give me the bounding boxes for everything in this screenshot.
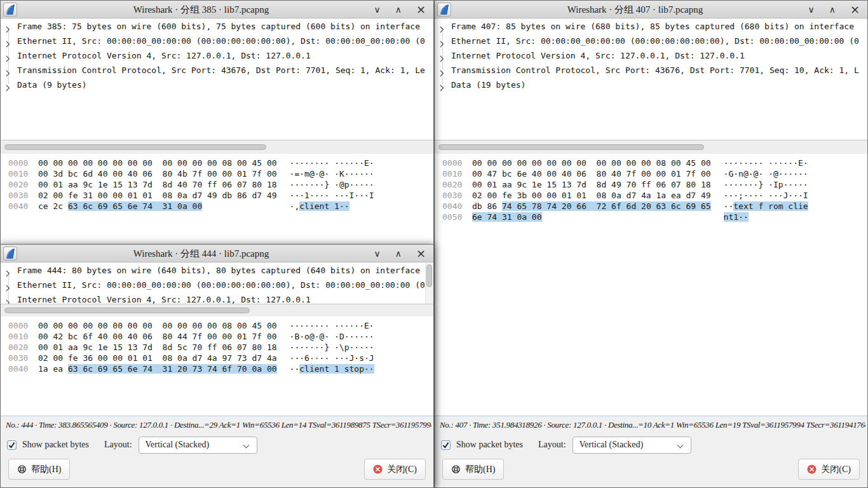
hex-row[interactable]: 0040db 86 74 65 78 74 20 66 72 6f 6d 20 … <box>442 201 867 212</box>
ascii-bytes[interactable]: nt1·· <box>724 212 749 222</box>
close-window-icon[interactable]: × <box>416 245 426 262</box>
hex-row[interactable]: 002000 01 aa 9c 1e 15 13 7d 8d 5c 70 ff … <box>8 342 433 353</box>
hex-bytes[interactable]: db 86 74 65 78 74 20 66 72 6f 6d 20 63 6… <box>472 201 711 212</box>
hex-row[interactable]: 001000 47 bc 6e 40 00 40 06 80 40 7f 00 … <box>442 168 867 179</box>
tree-row[interactable]: Data (9 bytes) <box>1 78 433 92</box>
tree-row[interactable]: Frame 444: 80 bytes on wire (640 bits), … <box>1 263 433 278</box>
tree-row[interactable]: Ethernet II, Src: 00:00:00_00:00:00 (00:… <box>1 278 433 292</box>
hex-bytes[interactable]: 00 01 aa 9c 1e 15 13 7d 8d 40 70 ff 06 0… <box>38 179 277 190</box>
hex-row[interactable]: 001000 42 bc 6f 40 00 40 06 80 44 7f 00 … <box>8 331 433 342</box>
expand-chevron-icon[interactable] <box>6 81 10 92</box>
ascii-bytes[interactable]: ·=·m@·@· ·K······ <box>290 169 374 179</box>
ascii-bytes[interactable]: ···;···· ···J···I <box>724 191 808 200</box>
ascii-bytes[interactable]: ··client 1 stop·· <box>290 364 374 374</box>
wireshark-logo-icon[interactable] <box>437 3 451 17</box>
tree-row[interactable]: Internet Protocol Version 4, Src: 127.0.… <box>1 292 433 304</box>
shade-window-icon[interactable]: ∨ <box>808 1 814 18</box>
show-packet-bytes-checkbox[interactable] <box>7 440 17 450</box>
tree-row[interactable]: Frame 385: 75 bytes on wire (600 bits), … <box>1 19 433 34</box>
hex-bytes[interactable]: 00 01 aa 9c 1e 15 13 7d 8d 5c 70 ff 06 0… <box>38 342 277 353</box>
hex-bytes[interactable]: 00 42 bc 6f 40 00 40 06 80 44 7f 00 00 0… <box>38 331 277 342</box>
close-button[interactable]: 关闭(C) <box>798 459 860 480</box>
tree-row[interactable]: Frame 407: 85 bytes on wire (680 bits), … <box>435 19 867 34</box>
hex-bytes[interactable]: 02 00 fe 36 00 00 01 01 08 0a d7 4a 97 7… <box>38 353 277 363</box>
ascii-bytes[interactable]: ········ ······E· <box>290 321 374 330</box>
ascii-bytes[interactable]: ···6···· ···J·s·J <box>290 353 374 363</box>
horizontal-scrollbar-thumb[interactable] <box>438 144 704 150</box>
expand-chevron-icon[interactable] <box>6 267 10 278</box>
hex-row[interactable]: 001000 3d bc 6d 40 00 40 06 80 4b 7f 00 … <box>8 168 433 179</box>
wireshark-logo-icon[interactable] <box>3 3 17 17</box>
unshade-window-icon[interactable]: ∧ <box>395 1 402 18</box>
expand-chevron-icon[interactable] <box>6 67 10 78</box>
hex-row[interactable]: 000000 00 00 00 00 00 00 00 00 00 00 00 … <box>8 320 433 331</box>
layout-dropdown[interactable]: Vertical (Stacked) <box>139 437 257 454</box>
hex-bytes[interactable]: 02 00 fe 3b 00 00 01 01 08 0a d7 4a 1a e… <box>472 190 711 201</box>
ascii-bytes[interactable]: ········ ······E· <box>724 158 808 168</box>
expand-chevron-icon[interactable] <box>6 281 10 292</box>
tree-row[interactable]: Ethernet II, Src: 00:00:00_00:00:00 (00:… <box>435 34 867 48</box>
tree-row[interactable]: Ethernet II, Src: 00:00:00_00:00:00 (00:… <box>1 34 433 48</box>
help-button[interactable]: 帮助(H) <box>442 459 504 480</box>
tree-row[interactable]: Data (19 bytes) <box>435 78 867 92</box>
hex-row[interactable]: 003002 00 fe 36 00 00 01 01 08 0a d7 4a … <box>8 353 433 363</box>
titlebar[interactable]: Wireshark · 分组 407 · lib7.pcapng ∨ ∧ × <box>435 1 867 18</box>
ascii-bytes[interactable]: ···1···· ···I···I <box>290 191 374 200</box>
expand-chevron-icon[interactable] <box>6 296 10 304</box>
hex-bytes[interactable]: 02 00 fe 31 00 00 01 01 08 0a d7 49 db 8… <box>38 190 277 201</box>
vertical-scrollbar-thumb[interactable] <box>426 264 432 287</box>
show-packet-bytes-checkbox[interactable] <box>441 440 451 450</box>
layout-dropdown[interactable]: Vertical (Stacked) <box>573 437 691 454</box>
titlebar[interactable]: Wireshark · 分组 444 · lib7.pcapng ∨ ∧ × <box>1 245 433 262</box>
ascii-bytes[interactable]: ·······} ·\p····· <box>290 342 374 352</box>
close-button[interactable]: 关闭(C) <box>364 459 426 480</box>
expand-chevron-icon[interactable] <box>6 37 10 48</box>
tree-row[interactable]: Transmission Control Protocol, Src Port:… <box>435 63 867 78</box>
hex-bytes[interactable]: 00 47 bc 6e 40 00 40 06 80 40 7f 00 00 0… <box>472 168 711 179</box>
ascii-bytes[interactable]: ········ ······E· <box>290 158 374 168</box>
close-window-icon[interactable]: × <box>850 1 860 18</box>
hex-bytes[interactable]: 00 3d bc 6d 40 00 40 06 80 4b 7f 00 00 0… <box>38 168 277 179</box>
hex-row[interactable]: 002000 01 aa 9c 1e 15 13 7d 8d 49 70 ff … <box>442 179 867 190</box>
hex-bytes[interactable]: 6e 74 31 0a 00 <box>472 212 711 222</box>
hex-row[interactable]: 002000 01 aa 9c 1e 15 13 7d 8d 40 70 ff … <box>8 179 433 190</box>
ascii-bytes[interactable]: ··text f rom clie <box>724 201 808 211</box>
tree-row[interactable]: Transmission Control Protocol, Src Port:… <box>1 63 433 78</box>
hex-bytes[interactable]: 00 00 00 00 00 00 00 00 00 00 00 00 08 0… <box>38 158 277 168</box>
hex-row[interactable]: 000000 00 00 00 00 00 00 00 00 00 00 00 … <box>8 158 433 168</box>
expand-chevron-icon[interactable] <box>440 81 444 92</box>
hex-bytes[interactable]: 00 00 00 00 00 00 00 00 00 00 00 00 08 0… <box>38 320 277 331</box>
hex-row[interactable]: 003002 00 fe 3b 00 00 01 01 08 0a d7 4a … <box>442 190 867 201</box>
expand-chevron-icon[interactable] <box>440 23 444 34</box>
tree-row[interactable]: Internet Protocol Version 4, Src: 127.0.… <box>435 48 867 63</box>
shade-window-icon[interactable]: ∨ <box>374 1 380 18</box>
hex-row[interactable]: 00401a ea 63 6c 69 65 6e 74 31 20 73 74 … <box>8 363 433 374</box>
ascii-bytes[interactable]: ·,client 1·· <box>290 201 349 211</box>
hex-row[interactable]: 00506e 74 31 0a 00nt1·· <box>442 212 867 222</box>
help-button[interactable]: 帮助(H) <box>8 459 70 480</box>
expand-chevron-icon[interactable] <box>6 23 10 34</box>
hex-bytes[interactable]: 00 01 aa 9c 1e 15 13 7d 8d 49 70 ff 06 0… <box>472 179 711 190</box>
expand-chevron-icon[interactable] <box>6 52 10 63</box>
unshade-window-icon[interactable]: ∧ <box>395 245 402 262</box>
ascii-bytes[interactable]: ·······} ·Ip····· <box>724 180 808 189</box>
expand-chevron-icon[interactable] <box>440 52 444 63</box>
hex-row[interactable]: 0040ce 2c 63 6c 69 65 6e 74 31 0a 00·,cl… <box>8 201 433 212</box>
unshade-window-icon[interactable]: ∧ <box>829 1 836 18</box>
hex-row[interactable]: 003002 00 fe 31 00 00 01 01 08 0a d7 49 … <box>8 190 433 201</box>
expand-chevron-icon[interactable] <box>440 37 444 48</box>
wireshark-logo-icon[interactable] <box>3 247 17 261</box>
horizontal-scrollbar-thumb[interactable] <box>4 308 250 313</box>
ascii-bytes[interactable]: ·B·o@·@· ·D······ <box>290 332 374 341</box>
hex-bytes[interactable]: 00 00 00 00 00 00 00 00 00 00 00 00 08 0… <box>472 158 711 168</box>
hex-bytes[interactable]: 1a ea 63 6c 69 65 6e 74 31 20 73 74 6f 7… <box>38 363 277 374</box>
ascii-bytes[interactable]: ·······} ·@p····· <box>290 180 374 189</box>
expand-chevron-icon[interactable] <box>440 67 444 78</box>
tree-row[interactable]: Internet Protocol Version 4, Src: 127.0.… <box>1 48 433 63</box>
hex-row[interactable]: 000000 00 00 00 00 00 00 00 00 00 00 00 … <box>442 158 867 168</box>
horizontal-scrollbar-thumb[interactable] <box>4 144 266 150</box>
titlebar[interactable]: Wireshark · 分组 385 · lib7.pcapng ∨ ∧ × <box>1 1 433 18</box>
hex-bytes[interactable]: ce 2c 63 6c 69 65 6e 74 31 0a 00 <box>38 201 277 212</box>
shade-window-icon[interactable]: ∨ <box>374 245 380 262</box>
close-window-icon[interactable]: × <box>416 1 426 18</box>
